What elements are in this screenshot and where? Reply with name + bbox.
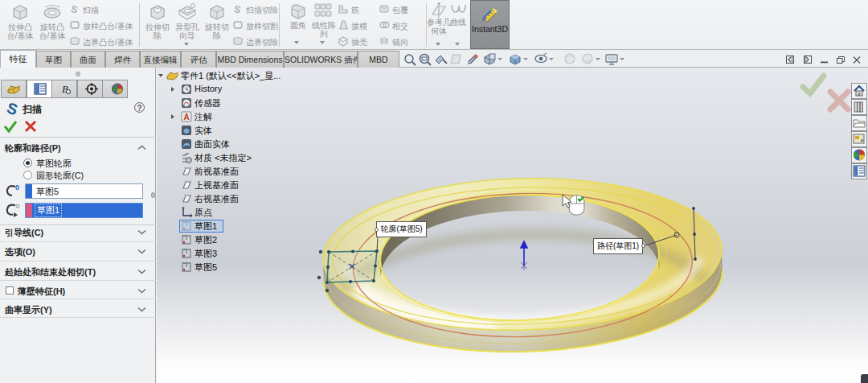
svg-text:S: S bbox=[70, 3, 79, 14]
svg-text:S: S bbox=[5, 101, 19, 117]
svg-text:A: A bbox=[183, 113, 189, 121]
svg-text:0: 0 bbox=[15, 183, 19, 192]
svg-text:S: S bbox=[233, 3, 242, 14]
